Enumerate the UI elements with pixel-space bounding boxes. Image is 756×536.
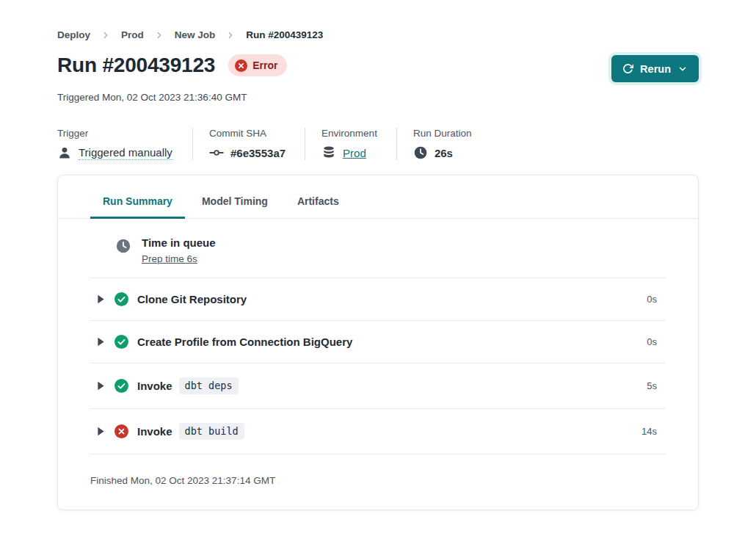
step-row-invoke-dbt-build: Invoke dbt build 14s — [90, 409, 666, 454]
status-badge: Error — [228, 54, 287, 76]
command-chip: dbt build — [179, 423, 244, 440]
tab-run-summary[interactable]: Run Summary — [90, 195, 185, 219]
database-icon — [321, 145, 336, 160]
expand-triangle-icon[interactable] — [97, 294, 105, 304]
status-badge-label: Error — [252, 59, 277, 71]
clock-icon — [115, 238, 131, 254]
step-row-invoke-dbt-deps: Invoke dbt deps 5s — [90, 363, 666, 409]
tab-artifacts[interactable]: Artifacts — [285, 195, 352, 219]
detail-commit-sha: Commit SHA #6e3553a7 — [192, 128, 305, 160]
chevron-down-icon — [677, 64, 688, 74]
error-circle-icon — [235, 59, 247, 72]
detail-trigger: Trigger Triggered manually — [57, 128, 192, 160]
detail-environment: Environment Prod — [305, 128, 396, 160]
error-circle-icon — [115, 424, 128, 438]
expand-triangle-icon[interactable] — [97, 337, 105, 347]
tab-model-timing[interactable]: Model Timing — [189, 195, 280, 219]
step-title: Clone Git Repository — [137, 293, 247, 305]
person-icon — [57, 145, 72, 160]
title-row: Run #200439123 Error Rerun — [57, 54, 699, 82]
breadcrumb: Deploy Prod New Job Run #200439123 — [57, 29, 699, 40]
run-duration-value: 26s — [435, 147, 453, 159]
tab-bar: Run Summary Model Timing Artifacts — [58, 175, 698, 219]
prep-time-link[interactable]: Prep time 6s — [142, 253, 197, 264]
step-row-create-profile: Create Profile from Connection BigQuery … — [90, 321, 666, 363]
chevron-right-icon — [225, 30, 236, 40]
expand-triangle-icon[interactable] — [97, 427, 105, 436]
step-title: Invoke — [137, 380, 172, 392]
rerun-button-label: Rerun — [640, 63, 671, 75]
run-summary-card: Run Summary Model Timing Artifacts Time … — [57, 175, 699, 510]
detail-environment-label: Environment — [321, 128, 377, 139]
git-commit-icon — [209, 145, 224, 160]
command-chip: dbt deps — [179, 377, 239, 394]
time-in-queue-row: Time in queue Prep time 6s — [90, 219, 666, 278]
detail-run-duration: Run Duration 26s — [396, 128, 491, 160]
run-details-strip: Trigger Triggered manually Commit SHA #6… — [57, 128, 699, 160]
rerun-button[interactable]: Rerun — [611, 55, 699, 82]
step-duration: 0s — [647, 294, 666, 305]
page-title: Run #200439123 — [57, 54, 215, 77]
expand-triangle-icon[interactable] — [97, 381, 105, 391]
run-detail-page: Deploy Prod New Job Run #200439123 Run #… — [0, 29, 756, 510]
step-duration: 14s — [641, 426, 666, 437]
success-check-icon — [115, 335, 128, 349]
chevron-right-icon — [101, 30, 111, 40]
step-duration: 0s — [647, 336, 666, 347]
step-row-clone-git: Clone Git Repository 0s — [90, 278, 666, 321]
detail-duration-label: Run Duration — [413, 128, 472, 139]
detail-commit-label: Commit SHA — [209, 128, 286, 139]
breadcrumb-new-job[interactable]: New Job — [175, 29, 216, 40]
commit-sha-value: #6e3553a7 — [230, 147, 286, 159]
environment-link[interactable]: Prod — [343, 147, 366, 159]
success-check-icon — [115, 379, 128, 393]
breadcrumb-deploy[interactable]: Deploy — [57, 29, 90, 40]
triggered-timestamp: Triggered Mon, 02 Oct 2023 21:36:40 GMT — [57, 92, 699, 103]
queue-title: Time in queue — [142, 236, 216, 249]
step-duration: 5s — [647, 380, 666, 391]
refresh-icon — [622, 63, 633, 74]
clock-icon — [413, 145, 428, 160]
chevron-right-icon — [154, 30, 164, 40]
step-title: Create Profile from Connection BigQuery — [137, 336, 352, 348]
breadcrumb-run-id: Run #200439123 — [246, 29, 323, 40]
detail-trigger-label: Trigger — [57, 128, 173, 139]
trigger-value[interactable]: Triggered manually — [79, 146, 172, 160]
success-check-icon — [115, 292, 128, 306]
finished-timestamp: Finished Mon, 02 Oct 2023 21:37:14 GMT — [58, 454, 698, 507]
breadcrumb-prod[interactable]: Prod — [121, 29, 144, 40]
step-title: Invoke — [137, 425, 172, 438]
